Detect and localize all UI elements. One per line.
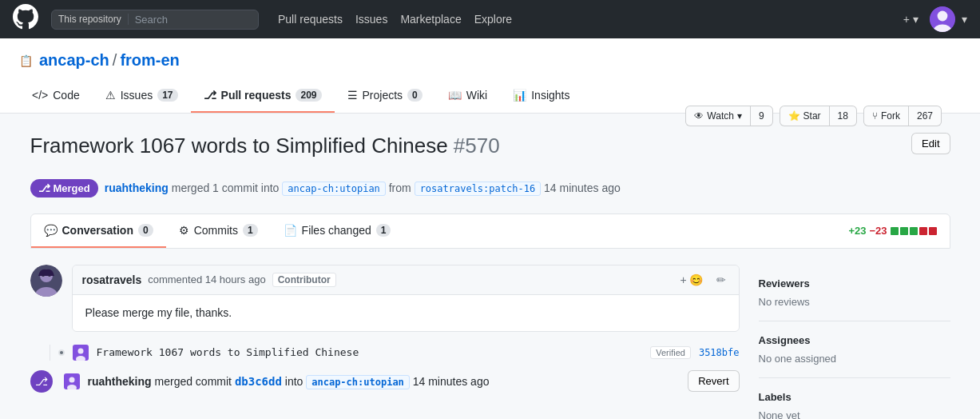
labels-section: Labels None yet <box>759 378 950 419</box>
comment-text: Please merge my file, thanks. <box>85 306 232 319</box>
emoji-button[interactable]: + 😊 <box>676 272 706 288</box>
commit-line: Framework 1067 words to Simplified Chine… <box>43 345 740 361</box>
pr-sidebar: Reviewers No reviews Assignees No one as… <box>759 265 950 419</box>
reviewers-title: Reviewers <box>759 277 950 289</box>
tab-wiki[interactable]: 📖 Wiki <box>435 79 500 113</box>
issue-icon: ⚠ <box>105 89 116 102</box>
merge-base-branch[interactable]: ancap-ch:utopian <box>306 375 410 389</box>
issues-count: 17 <box>157 89 177 102</box>
pr-count: 209 <box>296 89 321 102</box>
tab-issues[interactable]: ⚠ Issues 17 <box>93 79 191 113</box>
conversation-count: 0 <box>138 224 153 237</box>
topnav-right: + ▾ ▾ <box>899 6 967 32</box>
edit-button[interactable]: Edit <box>911 133 950 154</box>
pr-main-content: rosatravels commented 14 hours ago Contr… <box>30 265 740 419</box>
wiki-icon: 📖 <box>448 89 462 102</box>
svg-point-1 <box>938 11 948 22</box>
assignees-title: Assignees <box>759 334 950 346</box>
top-navigation: This repository Pull requests Issues Mar… <box>0 0 980 38</box>
diff-bar-5 <box>929 227 937 235</box>
merge-line: ⎇ ruahtheking merged commit db3c6dd into… <box>30 370 740 393</box>
topnav-links: Pull requests Issues Marketplace Explore <box>278 13 512 26</box>
diff-bar-1 <box>891 227 899 235</box>
verified-badge: Verified <box>650 346 691 359</box>
diff-stats: +23 −23 <box>848 225 949 237</box>
commit-connector <box>50 345 50 361</box>
diff-bar-4 <box>919 227 927 235</box>
comment-header: rosatravels commented 14 hours ago Contr… <box>73 265 739 295</box>
merge-avatar <box>64 373 80 389</box>
conversation-icon: 💬 <box>44 224 58 237</box>
search-repo-label: This repository <box>58 14 129 25</box>
edit-comment-button[interactable]: ✏ <box>713 272 729 288</box>
commit-section: Framework 1067 words to Simplified Chine… <box>30 345 740 361</box>
comment-avatar <box>30 265 62 297</box>
topnav-link-marketplace[interactable]: Marketplace <box>400 13 461 26</box>
pr-tab-fileschanged[interactable]: 📄 Files changed 1 <box>271 214 404 248</box>
new-button[interactable]: + ▾ <box>899 10 923 29</box>
fileschanged-count: 1 <box>376 224 391 237</box>
labels-empty: None yet <box>759 409 950 419</box>
tab-pullrequests[interactable]: ⎇ Pull requests 209 <box>191 79 335 113</box>
pr-number: #570 <box>454 134 500 158</box>
search-bar[interactable]: This repository <box>51 10 259 30</box>
topnav-link-pullrequests[interactable]: Pull requests <box>278 13 343 26</box>
svg-point-12 <box>69 377 74 382</box>
repo-header: 👁 Watch ▾ 9 ⭐ Star 18 ⑂ <box>0 38 980 114</box>
topnav-link-explore[interactable]: Explore <box>474 13 512 26</box>
page-content: Framework 1067 words to Simplified Chine… <box>11 114 970 419</box>
pr-subtabs: 💬 Conversation 0 ⚙ Commits 1 📄 Files cha… <box>30 213 950 249</box>
pr-author-link[interactable]: ruahtheking <box>105 182 169 194</box>
commit-message: Framework 1067 words to Simplified Chine… <box>97 346 643 358</box>
commits-icon: ⚙ <box>179 224 189 237</box>
assignees-section: Assignees No one assigned <box>759 321 950 378</box>
commits-count: 1 <box>243 224 258 237</box>
diff-bar-2 <box>900 227 908 235</box>
projects-icon: ☰ <box>347 89 358 102</box>
breadcrumb-repo[interactable]: from-en <box>120 51 179 70</box>
comment-body: rosatravels commented 14 hours ago Contr… <box>72 265 740 332</box>
revert-button[interactable]: Revert <box>688 370 739 392</box>
diff-bar-3 <box>910 227 918 235</box>
commit-avatar <box>73 345 89 361</box>
tab-code[interactable]: </> Code <box>19 79 93 113</box>
pr-tab-commits[interactable]: ⚙ Commits 1 <box>166 214 271 248</box>
diff-deletions: −23 <box>869 225 887 237</box>
projects-count: 0 <box>407 89 423 102</box>
github-logo[interactable] <box>13 4 38 34</box>
contributor-badge: Contributor <box>272 273 336 287</box>
diff-additions: +23 <box>848 225 866 237</box>
comment-time: commented 14 hours ago <box>148 273 265 285</box>
comment-thread: rosatravels commented 14 hours ago Contr… <box>30 265 740 332</box>
commit-hash[interactable]: 3518bfe <box>699 347 740 358</box>
repo-header-wrap: 👁 Watch ▾ 9 ⭐ Star 18 ⑂ <box>19 51 961 113</box>
labels-title: Labels <box>759 391 950 403</box>
commit-dot <box>58 349 65 356</box>
comment-content: Please merge my file, thanks. <box>73 295 739 331</box>
tab-insights[interactable]: 📊 Insights <box>500 79 582 113</box>
pr-meta-text: ruahtheking merged 1 commit into ancap-c… <box>105 182 621 194</box>
code-icon: </> <box>32 89 48 102</box>
breadcrumb-owner[interactable]: ancap-ch <box>39 51 109 70</box>
head-branch[interactable]: rosatravels:patch-16 <box>415 182 542 196</box>
insights-icon: 📊 <box>513 89 526 102</box>
pr-tab-conversation[interactable]: 💬 Conversation 0 <box>31 214 166 248</box>
comment-actions: + 😊 ✏ <box>676 272 728 288</box>
user-menu-chevron[interactable]: ▾ <box>962 13 967 26</box>
pr-title: Framework 1067 words to Simplified Chine… <box>30 133 912 160</box>
reviewers-empty: No reviews <box>759 296 950 308</box>
merge-text: ruahtheking merged commit db3c6dd into a… <box>88 375 680 388</box>
assignees-empty: No one assigned <box>759 353 950 365</box>
search-input[interactable] <box>135 14 231 26</box>
tab-projects[interactable]: ☰ Projects 0 <box>335 79 435 113</box>
user-avatar[interactable] <box>930 6 955 32</box>
breadcrumb-separator: / <box>113 51 117 70</box>
pr-layout: rosatravels commented 14 hours ago Contr… <box>30 265 950 419</box>
topnav-link-issues[interactable]: Issues <box>355 13 387 26</box>
svg-point-9 <box>77 348 83 353</box>
pr-meta: ⎇ Merged ruahtheking merged 1 commit int… <box>30 179 950 198</box>
merge-commit-hash[interactable]: db3c6dd <box>235 375 282 388</box>
merged-badge: ⎇ Merged <box>30 179 98 198</box>
base-branch[interactable]: ancap-ch:utopian <box>282 182 386 196</box>
repo-book-icon: 📋 <box>19 54 33 67</box>
